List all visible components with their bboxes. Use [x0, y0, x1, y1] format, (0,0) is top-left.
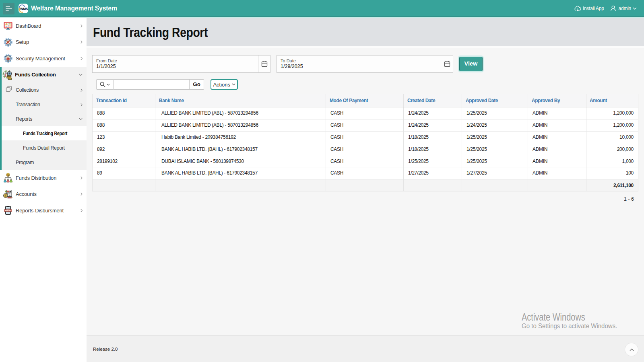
svg-text:EXPORT: EXPORT: [5, 210, 11, 212]
svg-text:WMS: WMS: [20, 7, 28, 11]
